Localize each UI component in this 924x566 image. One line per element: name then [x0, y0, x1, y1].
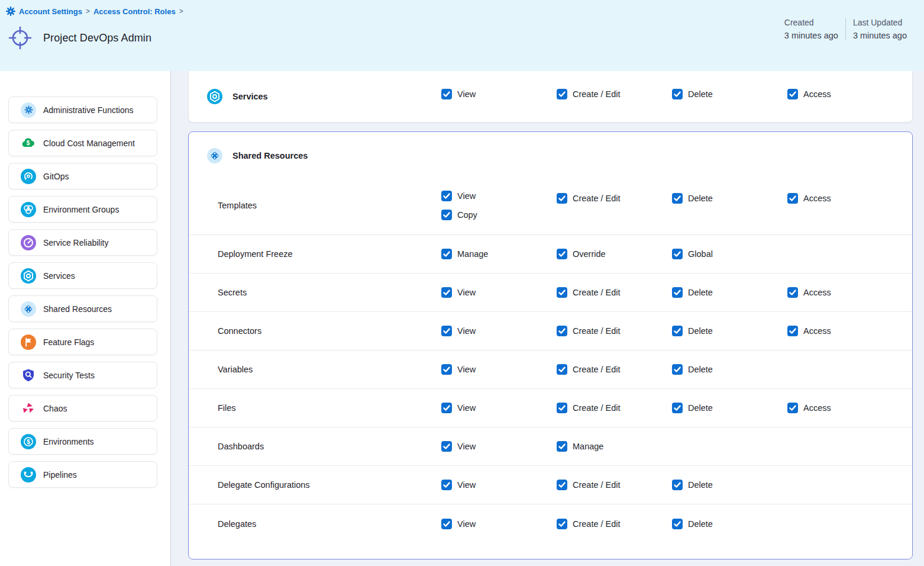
checkbox-checked[interactable] [557, 441, 567, 452]
permission-label: Create / Edit [573, 288, 621, 297]
permission-row-templates: TemplatesViewCopyCreate / EditDeleteAcce… [189, 176, 912, 235]
permission-cell: Delete [672, 326, 787, 336]
permission-cell: View [441, 519, 557, 529]
breadcrumb-link-account-settings[interactable]: Account Settings [19, 7, 82, 16]
checkbox-checked[interactable] [441, 326, 452, 336]
permission-cell: Create / Edit [557, 326, 672, 336]
checkbox-checked[interactable] [672, 403, 683, 413]
checkbox-checked[interactable] [672, 89, 683, 99]
checkbox-checked[interactable] [441, 403, 452, 413]
permission-delete: Delete [672, 89, 787, 99]
checkbox-checked[interactable] [557, 403, 567, 413]
meta-last-updated-value: 3 minutes ago [853, 31, 907, 40]
checkbox-checked[interactable] [557, 480, 567, 490]
sidebar-item-label: Services [43, 271, 75, 281]
checkbox-checked[interactable] [441, 441, 452, 452]
checkbox-checked[interactable] [672, 249, 683, 259]
permission-access: Access [787, 193, 912, 204]
permission-cell: Access [787, 176, 912, 204]
page-header: Account Settings > Access Control: Roles… [0, 0, 924, 71]
permission-cell: Create / Edit [557, 176, 672, 204]
permission-cell: Create / Edit [557, 519, 672, 529]
checkbox-checked[interactable] [557, 249, 567, 259]
permission-label: View [457, 403, 476, 413]
sidebar-item-administrative-functions[interactable]: Administrative Functions [8, 97, 157, 123]
permission-delete: Delete [672, 193, 787, 204]
checkbox-checked[interactable] [557, 193, 567, 204]
checkbox-checked[interactable] [672, 519, 683, 529]
permission-label: View [457, 519, 476, 529]
permission-label: Create / Edit [573, 326, 621, 336]
checkbox-checked[interactable] [441, 364, 452, 375]
permission-label: View [457, 326, 476, 336]
permission-delete: Delete [672, 519, 787, 529]
sidebar-item-feature-flags[interactable]: Feature Flags [8, 329, 157, 355]
checkbox-checked[interactable] [441, 249, 452, 259]
checkbox-checked[interactable] [672, 287, 683, 298]
sidebar-item-label: Service Reliability [43, 238, 108, 247]
permissions-card-services: ServicesViewCreate / EditDeleteAccess [188, 71, 913, 123]
sidebar-item-pipelines[interactable]: Pipelines [8, 461, 157, 488]
permission-cell: Access [787, 403, 912, 413]
checkbox-checked[interactable] [787, 193, 798, 204]
permission-cell: Create / Edit [557, 480, 672, 490]
checkbox-checked[interactable] [557, 89, 567, 99]
services-icon [21, 268, 36, 284]
sidebar-item-label: GitOps [43, 172, 69, 181]
checkbox-checked[interactable] [557, 326, 567, 336]
checkbox-checked[interactable] [787, 287, 798, 298]
sidebar-item-service-reliability[interactable]: Service Reliability [8, 229, 157, 256]
checkbox-checked[interactable] [672, 480, 683, 490]
sidebar-item-chaos[interactable]: Chaos [8, 395, 157, 422]
permission-access: Access [787, 287, 912, 298]
breadcrumb-link-access-control-roles[interactable]: Access Control: Roles [93, 7, 176, 16]
permission-create-edit: Create / Edit [557, 326, 672, 336]
permission-cell: Create / Edit [557, 287, 672, 298]
checkbox-checked[interactable] [441, 480, 452, 490]
permission-label: View [457, 442, 476, 451]
sidebar-item-services[interactable]: Services [8, 262, 157, 289]
resource-label: Delegates [189, 519, 441, 529]
checkbox-checked[interactable] [557, 364, 567, 375]
permission-cell: View [441, 480, 557, 490]
services-icon [207, 89, 222, 104]
permission-create-edit: Create / Edit [557, 480, 672, 490]
checkbox-checked[interactable] [557, 287, 567, 298]
checkbox-checked[interactable] [441, 210, 452, 220]
checkbox-checked[interactable] [441, 287, 452, 298]
permission-cell: Create / Edit [557, 403, 672, 413]
sidebar-item-security-tests[interactable]: Security Tests [8, 362, 157, 388]
permission-create-edit: Create / Edit [557, 89, 672, 99]
page-title: Project DevOps Admin [43, 32, 151, 44]
checkbox-checked[interactable] [787, 403, 798, 413]
checkbox-checked[interactable] [441, 191, 452, 201]
checkbox-checked[interactable] [672, 193, 683, 204]
resource-label: Secrets [189, 288, 441, 297]
permission-label: Delete [688, 194, 713, 203]
permission-cell: Create / Edit [557, 364, 672, 375]
sidebar-item-environment-groups[interactable]: Environment Groups [8, 196, 157, 223]
permission-create-edit: Create / Edit [557, 519, 672, 529]
permission-delete: Delete [672, 403, 787, 413]
shared-resources-icon [21, 301, 36, 317]
permission-cell: ViewCopy [441, 191, 557, 220]
checkbox-checked[interactable] [787, 89, 798, 99]
permission-label: View [457, 191, 476, 201]
permission-cell: Manage [557, 441, 672, 452]
security-tests-icon [21, 368, 36, 383]
checkbox-checked[interactable] [557, 519, 567, 529]
permission-cell: Delete [672, 89, 787, 104]
sidebar-item-cloud-cost-management[interactable]: $Cloud Cost Management [8, 130, 157, 156]
checkbox-checked[interactable] [672, 326, 683, 336]
checkbox-checked[interactable] [441, 519, 452, 529]
permission-cell: View [441, 441, 557, 452]
sidebar-item-environments[interactable]: $Environments [8, 428, 157, 455]
permission-global: Global [672, 249, 787, 259]
permission-delete: Delete [672, 364, 787, 375]
sidebar-item-gitops[interactable]: GitOps [8, 163, 157, 189]
settings-gear-icon [6, 7, 15, 16]
checkbox-checked[interactable] [787, 326, 798, 336]
checkbox-checked[interactable] [441, 89, 452, 99]
checkbox-checked[interactable] [672, 364, 683, 375]
sidebar-item-shared-resources[interactable]: Shared Resources [8, 295, 157, 322]
